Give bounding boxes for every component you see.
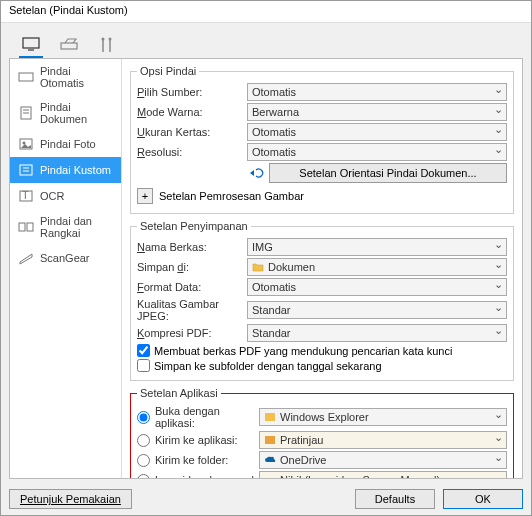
jpeg-select[interactable]: Standar	[247, 301, 507, 319]
auto-icon	[18, 70, 34, 84]
open-with-radio[interactable]	[137, 411, 150, 424]
scan-options: Opsi Pindai Pilih Sumber:Otomatis Mode W…	[130, 65, 514, 214]
ocr-icon: T	[18, 189, 34, 203]
window-title: Setelan (Pindai Kustom)	[9, 4, 128, 16]
jpeg-label: Kualitas Gambar JPEG:	[137, 298, 247, 322]
send-folder-radio[interactable]	[137, 454, 150, 467]
monitor-icon	[21, 36, 41, 52]
tab-strip	[9, 29, 523, 59]
svg-rect-2	[61, 43, 77, 49]
res-label: Resolusi:	[137, 146, 247, 158]
svg-text:T: T	[22, 189, 29, 201]
email-radio[interactable]	[137, 474, 150, 479]
pdf-select[interactable]: Standar	[247, 324, 507, 342]
sidebar-item-scangear[interactable]: ScanGear	[10, 245, 121, 271]
explorer-icon	[264, 411, 276, 423]
svg-rect-7	[19, 73, 33, 81]
sidebar-item-stitch[interactable]: Pindai dan Rangkai	[10, 209, 121, 245]
sidebar-item-ocr[interactable]: TOCR	[10, 183, 121, 209]
main-panel: Opsi Pindai Pilih Sumber:Otomatis Mode W…	[122, 59, 522, 478]
format-select[interactable]: Otomatis	[247, 278, 507, 296]
source-label: Pilih Sumber:	[137, 86, 247, 98]
subfolder-label: Simpan ke subfolder dengan tanggal sekar…	[154, 360, 382, 372]
app-legend: Setelan Aplikasi	[137, 387, 221, 399]
orientation-button[interactable]: Setelan Orientasi Pindai Dokumen...	[269, 163, 507, 183]
open-with-select[interactable]: Windows Explorer	[259, 408, 507, 426]
sidebar-label: Pindai Foto	[40, 138, 96, 150]
tab-from-computer[interactable]	[19, 34, 43, 58]
pdf-search-checkbox[interactable]	[137, 344, 150, 357]
expand-processing-button[interactable]: +	[137, 188, 153, 204]
onedrive-icon	[264, 454, 276, 466]
sidebar-item-auto[interactable]: Pindai Otomatis	[10, 59, 121, 95]
folder-select[interactable]: Dokumen	[247, 258, 507, 276]
svg-rect-20	[265, 413, 275, 421]
filename-label: Nama Berkas:	[137, 241, 247, 253]
save-settings: Setelan Penyimpanan Nama Berkas:IMG Simp…	[130, 220, 514, 381]
sidebar-label: Pindai Kustom	[40, 164, 111, 176]
document-icon	[18, 106, 34, 120]
sidebar-label: Pindai Otomatis	[40, 65, 113, 89]
refresh-icon[interactable]	[247, 166, 265, 180]
sidebar-item-custom[interactable]: Pindai Kustom	[10, 157, 121, 183]
folder-label: Simpan di:	[137, 261, 247, 273]
pdf-search-label: Membuat berkas PDF yang mendukung pencar…	[154, 345, 452, 357]
send-app-select[interactable]: Pratinjau	[259, 431, 507, 449]
svg-point-5	[102, 38, 105, 41]
stitch-icon	[18, 220, 34, 234]
sidebar-item-photo[interactable]: Pindai Foto	[10, 131, 121, 157]
email-label: Lampirkan ke pos-el:	[155, 474, 259, 478]
svg-point-6	[109, 38, 112, 41]
svg-rect-13	[20, 165, 32, 175]
open-with-label: Buka dengan aplikasi:	[155, 405, 259, 429]
app-settings: Setelan Aplikasi Buka dengan aplikasi:Wi…	[130, 387, 514, 478]
color-label: Mode Warna:	[137, 106, 247, 118]
source-select[interactable]: Otomatis	[247, 83, 507, 101]
pdf-label: Kompresi PDF:	[137, 327, 247, 339]
svg-rect-18	[19, 223, 25, 231]
tools-icon	[98, 36, 116, 54]
sidebar-label: ScanGear	[40, 252, 90, 264]
help-button[interactable]: Petunjuk Pemakaian	[9, 489, 132, 509]
subfolder-checkbox[interactable]	[137, 359, 150, 372]
sidebar: Pindai Otomatis Pindai Dokumen Pindai Fo…	[10, 59, 122, 478]
svg-rect-19	[27, 223, 33, 231]
tab-tools[interactable]	[95, 34, 119, 58]
res-select[interactable]: Otomatis	[247, 143, 507, 161]
paper-select[interactable]: Otomatis	[247, 123, 507, 141]
sidebar-label: Pindai Dokumen	[40, 101, 113, 125]
sidebar-label: OCR	[40, 190, 64, 202]
sidebar-label: Pindai dan Rangkai	[40, 215, 113, 239]
processing-label: Setelan Pemrosesan Gambar	[159, 190, 304, 202]
folder-icon	[252, 261, 264, 273]
ok-button[interactable]: OK	[443, 489, 523, 509]
custom-icon	[18, 163, 34, 177]
format-label: Format Data:	[137, 281, 247, 293]
scan-legend: Opsi Pindai	[137, 65, 199, 77]
send-folder-label: Kirim ke folder:	[155, 454, 259, 466]
scanner-icon	[59, 37, 79, 53]
photo-icon	[18, 137, 34, 151]
send-app-label: Kirim ke aplikasi:	[155, 434, 259, 446]
preview-icon	[264, 434, 276, 446]
sidebar-item-document[interactable]: Pindai Dokumen	[10, 95, 121, 131]
scangear-icon	[18, 251, 34, 265]
filename-select[interactable]: IMG	[247, 238, 507, 256]
send-app-radio[interactable]	[137, 434, 150, 447]
send-folder-select[interactable]: OneDrive	[259, 451, 507, 469]
defaults-button[interactable]: Defaults	[355, 489, 435, 509]
email-select[interactable]: Nihil (Lampirkan Secara Manual)	[259, 471, 507, 478]
footer: Petunjuk Pemakaian Defaults OK	[1, 483, 531, 515]
save-legend: Setelan Penyimpanan	[137, 220, 251, 232]
svg-rect-21	[265, 436, 275, 444]
color-select[interactable]: Berwarna	[247, 103, 507, 121]
title-bar: Setelan (Pindai Kustom)	[1, 1, 531, 23]
paper-label: Ukuran Kertas:	[137, 126, 247, 138]
svg-rect-0	[23, 38, 39, 48]
tab-from-scanner[interactable]	[57, 34, 81, 58]
